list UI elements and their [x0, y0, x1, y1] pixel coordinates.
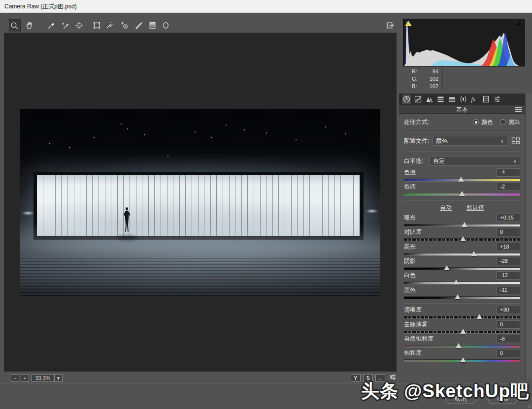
preview-image[interactable]: [20, 109, 380, 296]
lens-flare: [22, 211, 34, 215]
star: [167, 156, 168, 157]
tab-effects[interactable]: fx: [469, 94, 480, 104]
default-link[interactable]: 默认值: [466, 204, 484, 212]
profile-browser-icon[interactable]: [511, 137, 520, 145]
resize-grip[interactable]: [526, 403, 531, 408]
tab-lens-corrections[interactable]: [458, 94, 468, 104]
slider-value-field[interactable]: -28: [497, 257, 520, 265]
slider-track[interactable]: [404, 297, 520, 299]
zoom-in-button[interactable]: +: [21, 374, 29, 382]
toggle-fullscreen-icon[interactable]: [384, 19, 396, 31]
slider-track[interactable]: [404, 179, 520, 181]
rgb-label: R:: [412, 68, 421, 75]
star: [127, 128, 128, 129]
auto-default-row: 自动 默认值: [404, 203, 520, 214]
auto-link[interactable]: 自动: [440, 204, 452, 212]
zoom-level-dropdown[interactable]: ▾: [54, 374, 63, 382]
slider-track[interactable]: [404, 268, 520, 270]
tab-split-toning[interactable]: [447, 94, 457, 104]
zoom-out-button[interactable]: −: [11, 374, 19, 382]
process-option-color[interactable]: 颜色: [473, 118, 493, 126]
tab-presets[interactable]: [492, 94, 502, 104]
slider-row: 高光+18: [404, 243, 520, 257]
slider-value-field[interactable]: +0.15: [497, 214, 520, 222]
window-title: Camera Raw (正式p图.psd): [4, 3, 77, 10]
dialog-footer: 取消 确定 头条 @SketchUp吧: [0, 384, 532, 409]
preview-area: [4, 32, 397, 372]
slider-thumb[interactable]: [456, 343, 462, 348]
slider-thumb[interactable]: [455, 294, 461, 299]
svg-text:fx: fx: [471, 96, 476, 103]
slider-track[interactable]: [404, 239, 520, 241]
adjustment-brush-tool-icon[interactable]: [133, 19, 145, 31]
slider-thumb[interactable]: [459, 191, 465, 196]
slider-row: 清晰度+30: [404, 306, 520, 320]
hand-tool-icon[interactable]: [24, 19, 35, 31]
radio-icon[interactable]: [500, 119, 506, 125]
color-sampler-tool-icon[interactable]: [59, 19, 71, 31]
window-titlebar: Camera Raw (正式p图.psd): [0, 0, 532, 13]
shadow-clipping-toggle[interactable]: [405, 21, 412, 26]
tab-camera-calibration[interactable]: [481, 94, 491, 104]
water-texture: [20, 257, 380, 296]
slider-value-field[interactable]: 0: [497, 349, 520, 357]
slider-value-field[interactable]: +30: [497, 306, 520, 314]
slider-value-field[interactable]: -12: [497, 271, 520, 280]
zoom-tool-icon[interactable]: [8, 19, 21, 32]
highlight-clipping-toggle[interactable]: [516, 21, 523, 26]
slider-label: 自然饱和度: [404, 335, 497, 343]
slider-label: 阴影: [404, 257, 497, 265]
white-balance-tool-icon[interactable]: [45, 19, 57, 31]
slider-track[interactable]: [404, 331, 520, 333]
star: [195, 131, 196, 132]
radial-filter-tool-icon[interactable]: [160, 19, 171, 31]
preview-statusbar: − + 33.3% ▾ Y ⇅ ←: [4, 372, 397, 384]
process-row: 处理方式: 颜色 黑白: [404, 116, 520, 128]
before-after-toggle-button[interactable]: Y: [351, 374, 361, 382]
slider-track[interactable]: [404, 193, 520, 195]
slider-track[interactable]: [404, 253, 520, 255]
slider-row: 白色-12: [404, 271, 520, 285]
slider-thumb[interactable]: [453, 280, 459, 284]
transform-tool-icon[interactable]: [91, 19, 102, 31]
panel-scrollbar[interactable]: [525, 94, 532, 380]
slider-value-field[interactable]: 0: [497, 228, 520, 236]
rgb-label: B:: [412, 83, 421, 90]
zoom-level-value[interactable]: 33.3%: [32, 374, 54, 382]
white-balance-dropdown[interactable]: 自定∨: [430, 156, 520, 166]
targeted-adjustment-tool-icon[interactable]: [73, 19, 85, 31]
star: [266, 132, 267, 133]
slider-thumb[interactable]: [471, 251, 477, 256]
profile-dropdown[interactable]: 颜色∨: [432, 136, 507, 146]
tab-basic[interactable]: [401, 94, 412, 104]
slider-thumb[interactable]: [462, 222, 467, 227]
slider-thumb[interactable]: [460, 236, 466, 241]
slider-thumb[interactable]: [460, 357, 466, 362]
tab-tone-curve[interactable]: [413, 94, 423, 104]
slider-track[interactable]: [404, 282, 520, 284]
slider-thumb[interactable]: [460, 329, 466, 334]
slider-value-field[interactable]: -2: [497, 183, 520, 191]
star: [296, 139, 297, 140]
slider-track[interactable]: [404, 346, 520, 347]
slider-value-field[interactable]: -6: [497, 335, 520, 343]
slider-value-field[interactable]: -4: [497, 168, 520, 177]
tab-hsl[interactable]: [435, 94, 446, 104]
slider-thumb[interactable]: [458, 177, 464, 182]
spot-removal-tool-icon[interactable]: [103, 19, 115, 31]
slider-value-field[interactable]: +18: [497, 243, 520, 251]
slider-track[interactable]: [404, 360, 520, 362]
slider-value-field[interactable]: -11: [497, 286, 520, 294]
process-option-bw[interactable]: 黑白: [500, 118, 520, 126]
graduated-filter-tool-icon[interactable]: [146, 19, 158, 31]
radio-icon[interactable]: [473, 119, 479, 125]
settings-panel: R:94 G:102 B:107 fx 基本 处理方式: 颜色 黑白 配置文件:…: [399, 13, 532, 383]
slider-thumb[interactable]: [476, 314, 482, 319]
slider-thumb[interactable]: [444, 265, 450, 270]
slider-value-field[interactable]: 0: [497, 320, 520, 329]
tab-detail[interactable]: [424, 94, 434, 104]
slider-track[interactable]: [404, 316, 520, 318]
panel-menu-icon[interactable]: [515, 107, 522, 112]
red-eye-tool-icon[interactable]: [118, 19, 130, 31]
slider-track[interactable]: [404, 224, 520, 226]
